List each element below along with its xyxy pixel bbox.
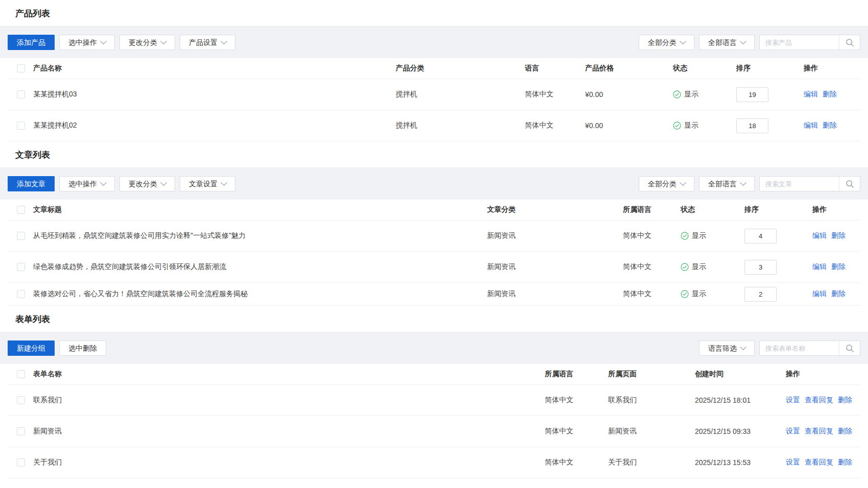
sort-input[interactable] — [736, 118, 768, 133]
products-toolbar-left: 添加产品 选中操作 更改分类 产品设置 — [8, 35, 235, 50]
settings-link[interactable]: 设置 — [786, 427, 800, 436]
column-header: 所属语言 — [623, 205, 681, 214]
articles-settings-dropdown[interactable]: 文章设置 — [180, 176, 235, 191]
product-name: 某某搅拌机02 — [33, 121, 396, 130]
select-all-checkbox[interactable] — [17, 64, 25, 72]
sort-input[interactable] — [744, 229, 777, 243]
sort-input[interactable] — [744, 287, 777, 302]
row-checkbox[interactable] — [17, 121, 25, 130]
article-title: 绿色装修成趋势，鼎筑空间建筑装修公司引领环保人居新潮流 — [33, 262, 487, 272]
row-checkbox[interactable] — [17, 232, 25, 240]
chevron-down-icon — [100, 179, 107, 186]
status-badge: 显示 — [681, 262, 706, 272]
products-change-category-dropdown[interactable]: 更改分类 — [119, 35, 175, 50]
row-checkbox[interactable] — [17, 263, 25, 271]
delete-link[interactable]: 删除 — [838, 458, 852, 467]
delete-link[interactable]: 删除 — [831, 289, 846, 299]
article-language: 简体中文 — [623, 231, 681, 240]
row-checkbox[interactable] — [17, 90, 25, 99]
column-header: 文章分类 — [487, 205, 623, 214]
select-all-checkbox[interactable] — [17, 370, 25, 378]
products-search-button[interactable] — [839, 35, 860, 50]
add-product-button[interactable]: 添加产品 — [8, 35, 55, 50]
column-header: 所属语言 — [545, 370, 608, 379]
table-row: 关于我们 简体中文 关于我们 2025/12/13 15:53 设置 查看回复 … — [8, 447, 860, 478]
article-language: 简体中文 — [623, 262, 681, 272]
products-page-title: 产品列表 — [0, 0, 868, 27]
form-page: 关于我们 — [608, 458, 695, 467]
products-settings-dropdown[interactable]: 产品设置 — [180, 35, 235, 50]
column-header: 排序 — [744, 205, 812, 214]
articles-search-input[interactable] — [760, 177, 839, 191]
form-page: 新闻资讯 — [608, 427, 695, 436]
products-search-input[interactable] — [760, 35, 839, 50]
products-category-filter-dropdown[interactable]: 全部分类 — [639, 35, 694, 50]
select-all-checkbox[interactable] — [17, 206, 25, 214]
edit-link[interactable]: 编辑 — [804, 90, 818, 99]
forms-search — [759, 340, 860, 356]
delete-link[interactable]: 删除 — [831, 262, 846, 272]
article-language: 简体中文 — [623, 289, 681, 299]
status-label: 显示 — [692, 262, 706, 272]
articles-table: 文章标题 文章分类 所属语言 状态 排序 操作 从毛坯到精装，鼎筑空间建筑装修公… — [8, 200, 860, 306]
forms-search-button[interactable] — [839, 341, 860, 355]
forms-search-input[interactable] — [760, 341, 839, 355]
chevron-down-icon — [221, 179, 227, 186]
delete-link[interactable]: 删除 — [823, 90, 837, 99]
articles-category-filter-dropdown[interactable]: 全部分类 — [639, 176, 694, 191]
articles-selected-action-dropdown[interactable]: 选中操作 — [59, 176, 115, 191]
forms-language-filter-dropdown[interactable]: 语言筛选 — [699, 340, 755, 356]
dropdown-label: 更改分类 — [129, 177, 157, 191]
forms-toolbar: 新建分组 选中删除 语言筛选 — [0, 332, 868, 364]
sort-input[interactable] — [744, 260, 777, 275]
edit-link[interactable]: 编辑 — [812, 231, 827, 240]
chevron-down-icon — [680, 179, 686, 186]
dropdown-label: 全部分类 — [648, 177, 677, 191]
settings-link[interactable]: 设置 — [786, 396, 800, 405]
view-replies-link[interactable]: 查看回复 — [805, 458, 833, 467]
row-checkbox[interactable] — [17, 458, 25, 467]
settings-link[interactable]: 设置 — [786, 458, 800, 467]
status-badge: 显示 — [673, 121, 698, 130]
form-language: 简体中文 — [545, 396, 608, 405]
articles-change-category-dropdown[interactable]: 更改分类 — [119, 176, 175, 191]
column-header: 操作 — [804, 64, 860, 73]
products-language-filter-dropdown[interactable]: 全部语言 — [699, 35, 755, 50]
table-row: 绿色装修成趋势，鼎筑空间建筑装修公司引领环保人居新潮流 新闻资讯 简体中文 显示… — [8, 252, 860, 283]
edit-link[interactable]: 编辑 — [812, 289, 827, 299]
delete-link[interactable]: 删除 — [838, 427, 852, 436]
row-checkbox[interactable] — [17, 290, 25, 298]
column-header: 操作 — [812, 205, 860, 214]
new-group-button[interactable]: 新建分组 — [8, 340, 55, 356]
articles-language-filter-dropdown[interactable]: 全部语言 — [699, 176, 755, 191]
edit-link[interactable]: 编辑 — [804, 121, 818, 130]
form-language: 简体中文 — [545, 458, 608, 467]
article-title: 从毛坯到精装，鼎筑空间建筑装修公司用实力诠释"一站式装修"魅力 — [33, 231, 487, 240]
delete-link[interactable]: 删除 — [823, 121, 837, 130]
chevron-down-icon — [740, 179, 746, 186]
articles-search-button[interactable] — [839, 177, 860, 191]
chevron-down-icon — [740, 344, 746, 350]
row-checkbox[interactable] — [17, 396, 25, 404]
column-header: 创建时间 — [695, 370, 786, 379]
delete-selected-button[interactable]: 选中删除 — [59, 340, 106, 356]
chevron-down-icon — [160, 38, 167, 44]
dropdown-label: 全部语言 — [708, 35, 737, 50]
check-circle-icon — [681, 263, 689, 271]
product-category: 搅拌机 — [396, 121, 525, 130]
status-badge: 显示 — [681, 289, 706, 299]
edit-link[interactable]: 编辑 — [812, 262, 827, 272]
delete-link[interactable]: 删除 — [838, 396, 852, 405]
status-label: 显示 — [684, 121, 698, 130]
chevron-down-icon — [680, 38, 686, 44]
row-checkbox[interactable] — [17, 427, 25, 435]
search-icon — [846, 38, 854, 47]
add-article-button[interactable]: 添加文章 — [8, 176, 55, 191]
delete-link[interactable]: 删除 — [831, 231, 846, 240]
product-price: ¥0.00 — [585, 90, 673, 99]
view-replies-link[interactable]: 查看回复 — [805, 396, 833, 405]
sort-input[interactable] — [736, 87, 768, 102]
products-selected-action-dropdown[interactable]: 选中操作 — [59, 35, 115, 50]
status-badge: 显示 — [673, 90, 698, 99]
view-replies-link[interactable]: 查看回复 — [805, 427, 833, 436]
